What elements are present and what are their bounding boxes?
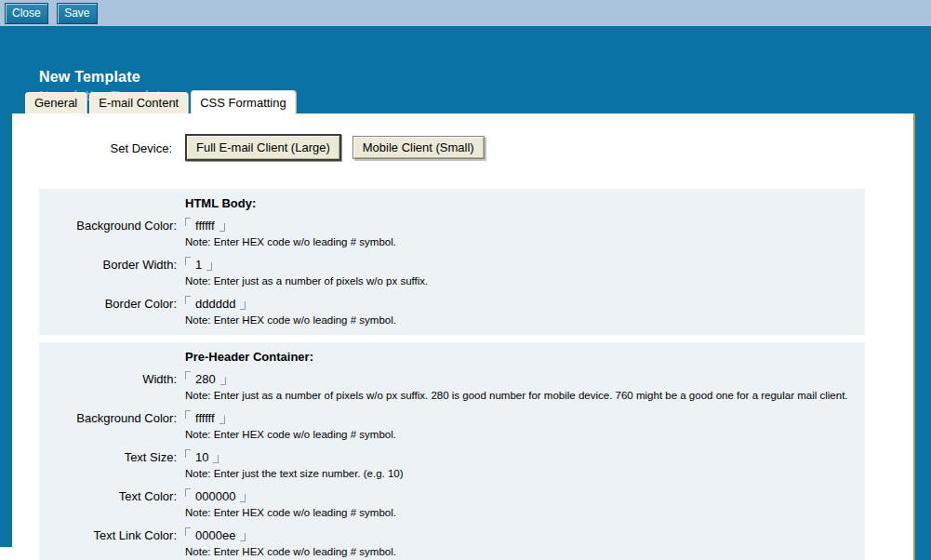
- edit-corner-close-icon: [213, 455, 219, 463]
- field-note: Note: Enter HEX code w/o leading # symbo…: [185, 427, 865, 442]
- field-value: ffffff: [195, 219, 215, 233]
- field-label: Border Width:: [39, 258, 177, 273]
- tab-email-content[interactable]: E-mail Content: [89, 92, 188, 113]
- field-note: Note: Enter just as a number of pixels w…: [185, 388, 865, 403]
- editable-field-text-size[interactable]: 10: [185, 450, 865, 465]
- field-label: Background Color:: [39, 411, 177, 426]
- edit-corner-open-icon: [185, 257, 191, 265]
- field-value: 280: [195, 372, 216, 386]
- form-row: Width: 280 Note: Enter just as a number …: [39, 372, 865, 403]
- page-title: New Template: [39, 69, 140, 86]
- device-button-full-client[interactable]: Full E-mail Client (Large): [185, 134, 341, 161]
- field-note: Note: Enter HEX code w/o leading # symbo…: [185, 505, 865, 520]
- edit-corner-close-icon: [220, 377, 226, 385]
- field-label: Background Color:: [39, 219, 177, 233]
- tab-css-formatting[interactable]: CSS Formatting: [191, 90, 295, 114]
- tab-general[interactable]: General: [25, 92, 86, 113]
- field-label: Border Color:: [39, 297, 177, 312]
- field-value: 10: [195, 450, 208, 464]
- field-note: Note: Enter HEX code w/o leading # symbo…: [185, 313, 865, 327]
- field-value: 000000: [195, 489, 235, 503]
- editable-field-border-width[interactable]: 1: [185, 258, 865, 273]
- editable-field-border-color[interactable]: dddddd: [185, 297, 865, 312]
- form-row: Text Color: 000000 Note: Enter HEX code …: [39, 489, 865, 520]
- field-value: 1: [195, 258, 202, 272]
- field-note: Note: Enter HEX code w/o leading # symbo…: [185, 544, 865, 559]
- section-heading: HTML Body:: [185, 196, 865, 210]
- toolbar: Close Save: [0, 0, 931, 26]
- tab-bar: General E-mail Content CSS Formatting: [25, 92, 296, 113]
- content-panel: Set Device: Full E-mail Client (Large) M…: [12, 113, 915, 560]
- edit-corner-open-icon: [185, 527, 191, 536]
- close-button[interactable]: Close: [5, 3, 48, 24]
- form-row: Border Color: dddddd Note: Enter HEX cod…: [39, 297, 865, 327]
- editable-field-background-color[interactable]: ffffff: [185, 411, 865, 426]
- edit-corner-close-icon: [219, 416, 225, 424]
- edit-corner-close-icon: [206, 262, 212, 271]
- field-value: ffffff: [195, 411, 215, 425]
- edit-corner-open-icon: [185, 410, 191, 419]
- section-pre-header-container: Pre-Header Container: Width: 280 Note: E…: [39, 342, 865, 560]
- edit-corner-open-icon: [185, 218, 191, 226]
- window-frame-right-edge: [913, 547, 931, 560]
- set-device-row: Set Device: Full E-mail Client (Large) M…: [12, 134, 905, 161]
- field-label: Text Size:: [39, 450, 177, 465]
- set-device-label: Set Device:: [12, 140, 172, 155]
- edit-corner-close-icon: [240, 494, 246, 502]
- field-label: Width:: [39, 372, 177, 387]
- editable-field-width[interactable]: 280: [185, 372, 865, 387]
- device-buttons: Full E-mail Client (Large) Mobile Client…: [185, 134, 905, 161]
- form-row: Background Color: ffffff Note: Enter HEX…: [39, 219, 865, 249]
- field-value: 0000ee: [195, 528, 235, 542]
- form-row: Background Color: ffffff Note: Enter HEX…: [39, 411, 865, 442]
- field-value: dddddd: [195, 297, 235, 311]
- section-heading: Pre-Header Container:: [185, 350, 865, 364]
- edit-corner-close-icon: [219, 223, 225, 232]
- form-row: Text Link Color: 0000ee Note: Enter HEX …: [39, 528, 865, 559]
- edit-corner-open-icon: [185, 488, 191, 497]
- editable-field-background-color[interactable]: ffffff: [185, 219, 865, 233]
- edit-corner-close-icon: [240, 533, 246, 541]
- save-button[interactable]: Save: [57, 3, 97, 24]
- editable-field-text-color[interactable]: 000000: [185, 489, 865, 504]
- field-note: Note: Enter just the text size number. (…: [185, 466, 865, 481]
- edit-corner-open-icon: [185, 449, 191, 458]
- field-note: Note: Enter just as a number of pixels w…: [185, 273, 865, 288]
- field-label: Text Color:: [39, 489, 177, 504]
- edit-corner-open-icon: [185, 296, 191, 304]
- form-row: Border Width: 1 Note: Enter just as a nu…: [39, 258, 865, 288]
- edit-corner-close-icon: [240, 301, 246, 310]
- device-button-mobile-client[interactable]: Mobile Client (Small): [352, 136, 485, 159]
- field-label: Text Link Color:: [39, 528, 177, 543]
- field-note: Note: Enter HEX code w/o leading # symbo…: [185, 234, 865, 249]
- edit-corner-open-icon: [185, 371, 191, 380]
- section-html-body: HTML Body: Background Color: ffffff Note…: [39, 189, 865, 335]
- form-row: Text Size: 10 Note: Enter just the text …: [39, 450, 865, 481]
- editable-field-text-link-color[interactable]: 0000ee: [185, 528, 865, 543]
